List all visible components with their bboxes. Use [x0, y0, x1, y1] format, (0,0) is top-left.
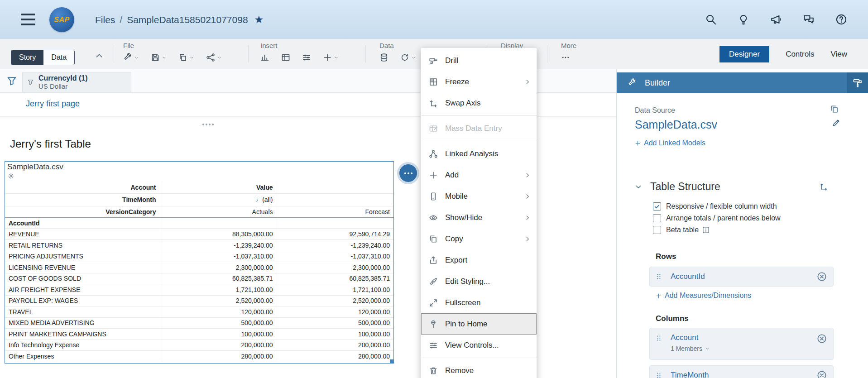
rows-chip-accountid[interactable]: AccountId — [649, 267, 834, 287]
chevron-down-icon — [705, 346, 710, 351]
help-button[interactable] — [835, 14, 847, 25]
menu-item-view-controls[interactable]: View Controls... — [421, 335, 537, 356]
close-circle-icon[interactable] — [817, 370, 827, 378]
menu-item-label: Linked Analysis — [445, 149, 498, 158]
account-cell: Info Technology Expense — [5, 340, 160, 351]
checkbox-box[interactable] — [653, 226, 661, 234]
swap-axis-icon[interactable] — [819, 182, 828, 191]
drag-handle-icon[interactable] — [655, 273, 662, 280]
menu-item-add[interactable]: Add — [421, 164, 537, 186]
database-button[interactable] — [379, 53, 388, 62]
search-button[interactable] — [705, 14, 717, 25]
table-row[interactable]: AIR FREIGHT EXPENSE1,721,100.001,721,100… — [5, 284, 393, 296]
chip-label: Account — [671, 333, 698, 342]
close-circle-icon[interactable] — [817, 272, 827, 282]
plus-icon — [323, 53, 332, 62]
menu-item-copy[interactable]: Copy — [421, 228, 537, 249]
styling-panel-button[interactable] — [847, 72, 868, 93]
columns-chip-account[interactable]: Account1 Members — [649, 328, 834, 360]
widget-more-actions-button[interactable] — [399, 164, 417, 182]
menu-item-pin-to-home[interactable]: Pin to Home — [421, 313, 537, 335]
save-button[interactable] — [151, 53, 167, 62]
hamburger-menu-button[interactable] — [21, 14, 35, 25]
table-row[interactable]: PAYROLL EXP: WAGES2,520,000.002,520,000.… — [5, 295, 393, 306]
data-tab[interactable]: Data — [43, 50, 74, 65]
filter-panel-toggle-button[interactable] — [6, 76, 17, 86]
copy-button[interactable] — [178, 53, 194, 62]
table-button[interactable] — [281, 53, 290, 62]
table-row[interactable]: PRICING ADJUSTMENTS-1,037,310.00-1,037,3… — [5, 251, 393, 262]
mode-switcher: DesignerControlsView — [719, 39, 847, 69]
data-source-name[interactable]: SampleData.csv — [635, 118, 717, 131]
menu-item-show-hide[interactable]: Show/Hide — [421, 207, 537, 228]
menu-item-freeze[interactable]: Freeze — [421, 71, 537, 92]
time-month-value-cell[interactable]: (all) — [160, 193, 277, 206]
menu-item-mobile[interactable]: Mobile — [421, 186, 537, 207]
menu-item-export[interactable]: Export — [421, 249, 537, 271]
favorite-star-icon[interactable]: ★ — [254, 14, 264, 26]
columns-chip-timemonth[interactable]: TimeMonth — [649, 365, 834, 378]
empty-cell — [277, 193, 393, 206]
menu-item-label: Add — [445, 171, 459, 180]
filter-adjust-button[interactable] — [302, 53, 311, 62]
checkbox-arrange-totals-parent-nodes-below[interactable]: Arrange totals / parent nodes below — [653, 214, 781, 222]
drag-handle-icon[interactable] — [655, 372, 662, 378]
mode-tab-designer[interactable]: Designer — [719, 46, 769, 62]
overflow-button[interactable] — [561, 53, 570, 62]
table-row[interactable]: Other Expenses280,000.00280,000.00 — [5, 351, 393, 362]
add-measures-dimensions-link[interactable]: Add Measures/Dimensions — [656, 292, 751, 300]
drag-handle-icon[interactable] — [655, 335, 662, 342]
story-tab[interactable]: Story — [11, 50, 43, 65]
table-row[interactable]: RETAIL RETURNS-1,239,240.00-1,239,240.00 — [5, 240, 393, 251]
tools-icon — [628, 78, 637, 87]
tools-button[interactable] — [123, 53, 139, 62]
duplicate-icon[interactable] — [830, 105, 839, 114]
page-tab-jerry-first-page[interactable]: Jerry first page — [26, 99, 80, 109]
edit-pencil-icon[interactable] — [832, 118, 841, 127]
widget-drag-handle[interactable] — [201, 122, 215, 127]
menu-item-swap-axis[interactable]: Swap Axis — [421, 92, 537, 114]
menu-item-edit-styling[interactable]: Edit Styling... — [421, 271, 537, 292]
resize-handle[interactable] — [390, 359, 394, 364]
gear-icon[interactable] — [8, 173, 14, 179]
expand-icon[interactable] — [254, 197, 260, 202]
table-row[interactable]: PRINT MARKETING CAMPAIGNS100,000.00100,0… — [5, 329, 393, 340]
checkbox-responsive-flexible-column-width[interactable]: Responsive / flexible column width — [653, 202, 781, 211]
table-widget[interactable]: SampleData.csv Account Value TimeMonth (… — [5, 161, 394, 364]
table-row[interactable]: COST OF GOODS SOLD60,825,385.7160,825,38… — [5, 273, 393, 284]
table-row[interactable]: TRAVEL120,000.00120,000.00 — [5, 306, 393, 318]
chart-button[interactable] — [260, 53, 269, 62]
table-row[interactable]: REVENUE88,305,000.0092,590,714.29 — [5, 229, 393, 240]
share-button[interactable] — [206, 53, 222, 62]
menu-item-mass-data-entry[interactable]: Mass Data Entry — [421, 118, 537, 139]
notifications-button[interactable] — [738, 14, 749, 25]
menu-item-drill[interactable]: Drill — [421, 50, 537, 71]
chip-members-expander[interactable]: 1 Members — [671, 345, 710, 352]
announcements-button[interactable] — [770, 14, 782, 25]
section-collapse-chevron-icon[interactable] — [635, 183, 642, 191]
plus-button[interactable] — [323, 53, 339, 62]
close-circle-icon[interactable] — [817, 334, 827, 344]
menu-item-fullscreen[interactable]: Fullscreen — [421, 292, 537, 313]
share-icon — [206, 53, 215, 62]
table-row[interactable]: LICENSING REVENUE2,300,000.002,300,000.0… — [5, 262, 393, 273]
table-row[interactable]: MIXED MEDIA ADVERTISING500,000.00500,000… — [5, 317, 393, 329]
table-row[interactable]: Info Technology Expense200,000.00200,000… — [5, 340, 393, 351]
breadcrumb-files-link[interactable]: Files — [95, 14, 115, 25]
mode-tab-view[interactable]: View — [830, 50, 847, 59]
checkbox-beta-table[interactable]: Beta table — [653, 226, 781, 234]
export-icon — [429, 256, 438, 265]
add-linked-models-link[interactable]: Add Linked Models — [635, 139, 705, 147]
info-icon[interactable] — [702, 226, 710, 234]
widget-title: Jerry's first Table — [10, 138, 91, 150]
refresh-button[interactable] — [400, 53, 416, 62]
menu-item-remove[interactable]: Remove — [421, 360, 537, 378]
mode-tab-controls[interactable]: Controls — [786, 50, 814, 59]
collapse-toolbar-button[interactable] — [95, 51, 104, 60]
filter-chip-currencyid[interactable]: CurrencyId (1) US Dollar — [22, 72, 131, 92]
checkbox-box[interactable] — [653, 214, 661, 222]
menu-item-linked-analysis[interactable]: Linked Analysis — [421, 143, 537, 164]
actuals-cell: 120,000.00 — [160, 306, 277, 318]
checkbox-box[interactable] — [653, 202, 661, 211]
discussions-button[interactable] — [803, 14, 815, 25]
